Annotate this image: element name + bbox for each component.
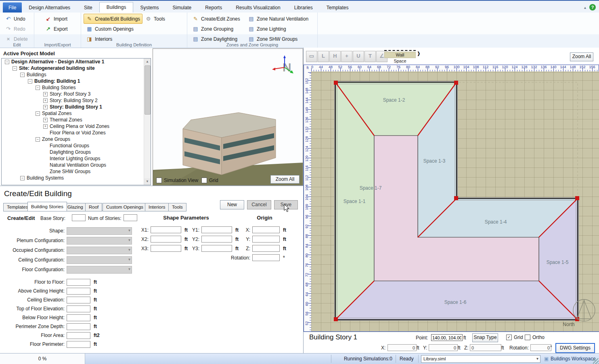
tree-item[interactable]: −Building Systems xyxy=(2,175,151,181)
plenum-configuration-select[interactable]: ▾ xyxy=(67,237,132,245)
below-floor-height-input[interactable] xyxy=(67,314,90,321)
floor-area-input[interactable] xyxy=(67,332,90,339)
minus-expander-icon[interactable]: − xyxy=(20,73,25,77)
tree-item[interactable]: +Story: Roof Story 3 xyxy=(2,91,151,97)
simulation-view-checkbox[interactable]: Simulation View xyxy=(156,178,198,183)
minus-expander-icon[interactable]: − xyxy=(20,176,25,180)
plus-expander-icon[interactable]: + xyxy=(43,118,48,122)
space-label[interactable]: Space 1-3 xyxy=(423,158,446,164)
create-edit-buildings-button[interactable]: ✎Create/Edit Buildings xyxy=(84,14,142,24)
minus-expander-icon[interactable]: − xyxy=(36,137,40,142)
tab-libraries[interactable]: Libraries xyxy=(287,3,320,13)
shape-tool-1-button[interactable]: L xyxy=(318,51,329,62)
minus-expander-icon[interactable]: − xyxy=(28,79,32,84)
minus-expander-icon[interactable]: − xyxy=(36,86,40,90)
zone-natural-ventilation-button[interactable]: ▤Zone Natural Ventilation xyxy=(245,14,311,24)
tree-item[interactable]: −Spatial Zones xyxy=(2,110,151,117)
help-icon[interactable]: ? xyxy=(589,4,596,10)
tree-item[interactable]: Zone SHW Groups xyxy=(2,168,151,175)
tab-glazing[interactable]: Glazing xyxy=(64,203,87,211)
grid-checkbox-3d[interactable]: Grid xyxy=(201,178,218,183)
active-file-dropdown[interactable]: Library.siml ▾ xyxy=(421,355,540,363)
zoom-all-button-plan[interactable]: Zoom All xyxy=(570,52,593,61)
tree-item[interactable]: Daylighting Groups xyxy=(2,149,151,155)
3d-model-viewport[interactable]: N Simulation View Grid Zoom All xyxy=(153,48,303,186)
floor-to-floor-input[interactable] xyxy=(67,279,90,286)
above-ceiling-height-input[interactable] xyxy=(67,288,90,295)
y1-input[interactable] xyxy=(201,226,232,233)
tab-reports[interactable]: Reports xyxy=(198,3,229,13)
tab-simulate[interactable]: Simulate xyxy=(165,3,198,13)
occupied-configuration-select[interactable]: ▾ xyxy=(67,247,132,254)
plus-expander-icon[interactable]: + xyxy=(43,105,48,109)
tree-item[interactable]: Natural Ventilation Groups xyxy=(2,162,151,168)
redo-button[interactable]: ↷Redo xyxy=(2,24,31,34)
tree-item[interactable]: −Buildings xyxy=(2,71,151,78)
tab-interiors[interactable]: Interiors xyxy=(145,203,169,211)
shape-tool-5-button[interactable]: T xyxy=(364,51,376,62)
create-edit-zones-button[interactable]: ✎Create/Edit Zones xyxy=(190,14,245,24)
cancel-button[interactable]: Cancel xyxy=(247,200,271,209)
tree-item[interactable]: Floor Plena or Void Zones xyxy=(2,130,151,136)
tab-design-alternatives[interactable]: Design Alternatives xyxy=(22,3,77,13)
x1-input[interactable] xyxy=(151,226,181,233)
tab-building-stories[interactable]: Building Stories xyxy=(27,202,67,211)
tab-roof[interactable]: Roof xyxy=(85,203,102,211)
tab-templates[interactable]: Templates xyxy=(320,3,356,13)
snap-type-button[interactable]: Snap Type xyxy=(472,333,498,342)
space-label[interactable]: Space 1-6 xyxy=(444,299,467,305)
undo-button[interactable]: ↶Undo xyxy=(2,14,31,24)
floor-configuration-select[interactable]: ▾ xyxy=(67,266,132,274)
zoom-all-button-3d[interactable]: Zoom All xyxy=(270,175,300,184)
grid-checkbox-plan[interactable]: ✓ Grid xyxy=(506,335,523,340)
import-button[interactable]: ↙Import xyxy=(42,14,78,24)
resize-grip[interactable] xyxy=(593,358,599,364)
tree-item[interactable]: Interior Lighting Groups xyxy=(2,155,151,162)
space-label[interactable]: Space 1-2 xyxy=(383,97,405,103)
tree-item[interactable]: −Zone Groups xyxy=(2,136,151,142)
tab-tools[interactable]: Tools xyxy=(168,203,186,211)
origin-y-input[interactable] xyxy=(252,236,280,243)
minus-expander-icon[interactable]: − xyxy=(36,111,40,116)
x-input[interactable] xyxy=(387,344,417,351)
space-label[interactable]: Space 1-7 xyxy=(360,185,382,191)
tree-item[interactable]: +Story: Building Story 1 xyxy=(2,104,151,110)
base-story-input[interactable] xyxy=(72,214,86,221)
z-input[interactable] xyxy=(470,344,501,351)
top-of-floor-elevation-input[interactable] xyxy=(67,305,90,312)
shape-tool-3-button[interactable]: + xyxy=(341,51,352,62)
ortho-checkbox[interactable]: Ortho xyxy=(525,335,545,340)
x2-input[interactable] xyxy=(151,236,181,243)
zone-lighting-button[interactable]: ▤Zone Lighting xyxy=(245,24,311,34)
rotation-input[interactable] xyxy=(252,254,280,261)
shape-tool-0-button[interactable]: ▭ xyxy=(306,51,317,62)
y-input[interactable] xyxy=(429,344,458,351)
plus-expander-icon[interactable]: + xyxy=(43,124,48,129)
tree-item[interactable]: +Story: Building Story 2 xyxy=(2,97,151,104)
num-of-stories-input[interactable] xyxy=(124,214,137,221)
collapse-ribbon-icon[interactable]: ▴ xyxy=(584,5,586,10)
floor-perimeter-input[interactable] xyxy=(67,341,90,348)
new-button[interactable]: New xyxy=(220,200,244,209)
tree-item[interactable]: Functional Groups xyxy=(2,142,151,149)
scrollbar-thumb[interactable] xyxy=(145,65,151,115)
space-label[interactable]: Space 1-5 xyxy=(547,259,569,265)
dwg-settings-button[interactable]: DWG Settings xyxy=(555,343,595,353)
shape-tool-2-button[interactable]: H xyxy=(329,51,341,62)
tab-results-visualization[interactable]: Results Visualization xyxy=(229,3,287,13)
tree-item[interactable]: −Building: Building 1 xyxy=(2,78,151,84)
x3-input[interactable] xyxy=(151,245,181,252)
workspace-label[interactable]: Buildings Workspace xyxy=(551,356,596,362)
minus-expander-icon[interactable]: − xyxy=(13,66,17,71)
tree-item[interactable]: −Site: Autogenerated building site xyxy=(2,65,151,71)
tree-item[interactable]: −Design Alternative - Design Alternative… xyxy=(2,59,151,65)
tree-item[interactable]: −Building Stories xyxy=(2,84,151,91)
floor-plan-canvas[interactable]: Space 1-1Space 1-2Space 1-3Space 1-4Spac… xyxy=(311,71,599,331)
tab-file[interactable]: File xyxy=(3,2,22,13)
scroll-down-icon[interactable]: ▼ xyxy=(144,178,151,185)
origin-x-input[interactable] xyxy=(252,226,280,233)
plus-expander-icon[interactable]: + xyxy=(43,92,48,96)
rotation-input-plan[interactable] xyxy=(530,344,551,351)
plus-expander-icon[interactable]: + xyxy=(43,98,48,103)
minus-expander-icon[interactable]: − xyxy=(5,60,9,64)
